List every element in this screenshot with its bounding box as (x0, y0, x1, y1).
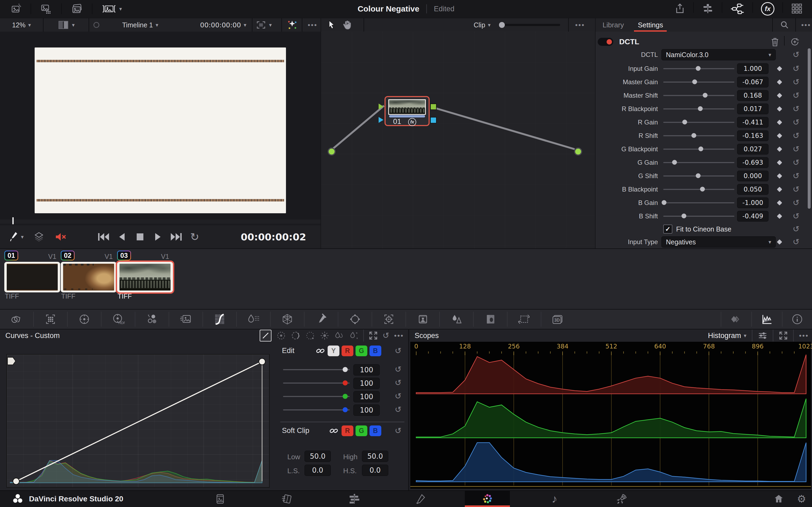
select-cursor-icon[interactable] (327, 19, 336, 30)
soft-channel-g-button[interactable]: G (356, 426, 367, 436)
viewer-timecode-select[interactable]: 00:00:00:00 ▾ (200, 21, 247, 29)
export-icon[interactable] (674, 3, 685, 15)
node-rgb-input[interactable] (378, 104, 384, 109)
channel-y-button[interactable]: Y (327, 345, 340, 356)
node-view-mode[interactable]: Clip ▾ (474, 21, 491, 29)
viewer-fit-select[interactable]: ▾ (256, 20, 272, 30)
effects-icon[interactable]: fx (761, 2, 774, 15)
sizing-palette-icon[interactable] (34, 312, 68, 327)
qualifier-icon[interactable] (237, 312, 271, 327)
keyframe-icon[interactable] (777, 200, 782, 206)
playhead[interactable] (12, 217, 14, 224)
split-view-select[interactable]: ▾ (44, 20, 89, 30)
step-back-button[interactable] (114, 230, 130, 244)
slider[interactable] (663, 202, 734, 203)
bypass-grades-toggle[interactable] (93, 22, 99, 28)
clip-thumbnail[interactable] (4, 262, 60, 292)
enhance-wand-icon[interactable] (286, 19, 298, 31)
color-warper-icon[interactable] (271, 312, 305, 327)
reset-icon[interactable]: ↺ (395, 365, 401, 374)
keyframe-icon[interactable] (777, 93, 782, 98)
blur-palette-icon[interactable] (440, 312, 474, 327)
play-button[interactable] (150, 230, 166, 244)
viewer-scrubber[interactable] (0, 219, 321, 224)
curves-palette-icon[interactable] (203, 312, 237, 327)
power-window-icon[interactable] (338, 312, 372, 327)
reset-icon[interactable]: ↺ (793, 118, 799, 126)
media-clip-01[interactable]: 01 V1 TIFF (4, 250, 58, 261)
reset-icon[interactable]: ↺ (793, 185, 799, 193)
media-clip-02[interactable]: 02 V1 TIFF (61, 250, 114, 261)
loop-button[interactable]: ↻ (187, 230, 202, 244)
output-node[interactable] (574, 148, 582, 156)
clip-thumbnail[interactable] (117, 262, 173, 292)
reset-icon[interactable]: ↺ (793, 51, 799, 59)
value-field[interactable]: -1.000 (737, 198, 768, 208)
color-match-icon[interactable] (135, 312, 169, 327)
mute-audio-icon[interactable] (54, 231, 67, 243)
key-palette-icon[interactable] (474, 312, 507, 327)
keyframe-icon[interactable] (777, 120, 782, 125)
sizing-transform-icon[interactable] (507, 312, 541, 327)
node-key-input[interactable] (378, 117, 384, 123)
soft-channel-b-button[interactable]: B (369, 426, 381, 436)
value-field[interactable]: -0.693 (737, 157, 768, 168)
soft-channel-r-button[interactable]: R (342, 426, 353, 436)
grab-still-icon[interactable] (11, 3, 21, 14)
slider[interactable] (663, 175, 734, 176)
keyframe-icon[interactable] (777, 79, 782, 85)
reset-icon[interactable]: ↺ (793, 238, 799, 246)
keyframe-icon[interactable] (777, 66, 782, 71)
goto-start-button[interactable] (96, 230, 111, 244)
tab-settings[interactable]: Settings (634, 18, 667, 32)
value-field[interactable]: 100 (353, 391, 380, 402)
node-zoom-slider-thumb[interactable] (499, 22, 505, 28)
page-edit[interactable] (340, 491, 369, 507)
sat-vs-lum-icon[interactable] (349, 331, 358, 340)
hue-vs-sat-icon[interactable] (291, 331, 300, 340)
tracker-icon[interactable] (372, 312, 406, 327)
page-color-active[interactable] (465, 491, 510, 507)
custom-curves-mode-icon[interactable] (260, 330, 271, 341)
split-still-icon[interactable] (71, 3, 83, 14)
keyframe-icon[interactable] (777, 106, 782, 112)
curve-editor[interactable] (6, 354, 269, 488)
reset-icon[interactable]: ↺ (395, 379, 401, 387)
wipe-still-control[interactable]: ▾ (101, 3, 122, 14)
node-options-menu[interactable]: ••• (575, 21, 585, 29)
settings-scrollbar[interactable] (808, 48, 811, 209)
lum-vs-sat-icon[interactable] (320, 331, 329, 340)
scope-settings-icon[interactable] (758, 331, 767, 340)
viewer-options-menu[interactable]: ••• (308, 21, 317, 29)
node-zoom-slider[interactable] (498, 24, 560, 26)
slider[interactable] (663, 149, 734, 150)
reset-icon[interactable]: ↺ (793, 159, 799, 167)
slider[interactable] (663, 216, 734, 217)
scopes-panel-icon[interactable] (752, 312, 782, 327)
value-field[interactable]: 0.050 (737, 184, 768, 195)
keyframe-icon[interactable] (777, 173, 782, 179)
stop-button[interactable] (132, 230, 148, 244)
reset-icon[interactable]: ↺ (395, 392, 401, 400)
tab-library[interactable]: Library (599, 18, 627, 32)
channel-b-button[interactable]: B (369, 345, 381, 356)
value-field[interactable]: -0.409 (737, 211, 768, 222)
panel-options-menu[interactable]: ••• (801, 21, 811, 29)
color-wheels-icon[interactable] (68, 312, 101, 327)
grab-still-tool[interactable]: ▾ (9, 231, 23, 243)
viewer-zoom-select[interactable]: 12% ▾ (0, 21, 43, 29)
slider[interactable] (663, 81, 734, 82)
reset-icon[interactable]: ↺ (793, 92, 799, 100)
project-settings-button[interactable]: ⚙ (792, 491, 811, 507)
keyframe-icon[interactable] (777, 187, 782, 192)
sat-vs-sat-icon[interactable] (334, 331, 344, 340)
pan-hand-icon[interactable] (342, 19, 352, 30)
value-field[interactable]: -0.067 (737, 77, 768, 88)
layers-icon[interactable] (33, 231, 45, 243)
reset-icon[interactable]: ↺ (793, 65, 799, 73)
value-field[interactable]: 100 (353, 364, 380, 376)
project-manager-button[interactable] (769, 491, 788, 507)
eyedropper-icon[interactable] (305, 312, 338, 327)
dctl-select[interactable]: NamiColor.3.0 ▾ (661, 49, 776, 60)
camera-raw-icon[interactable] (0, 312, 34, 327)
